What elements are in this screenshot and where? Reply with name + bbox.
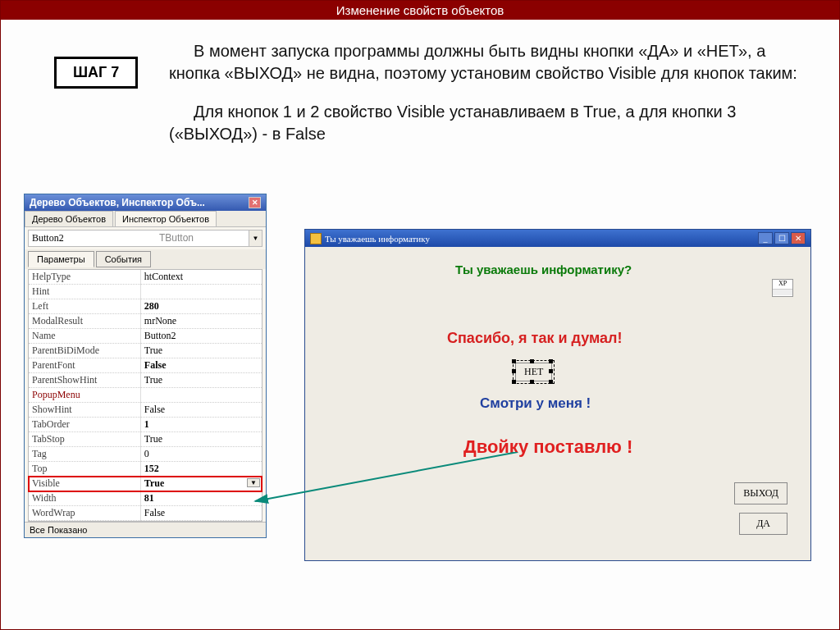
step-badge: ШАГ 7 [54, 57, 138, 89]
property-value[interactable]: True [140, 373, 262, 388]
property-row[interactable]: ModalResultmrNone [29, 314, 262, 329]
maximize-icon[interactable]: ☐ [774, 232, 789, 244]
property-value[interactable]: False [140, 358, 262, 373]
property-value[interactable]: 0 [140, 447, 262, 462]
property-name: ParentBiDiMode [29, 344, 140, 358]
property-row[interactable]: VisibleTrue [29, 477, 262, 491]
resize-handle[interactable] [512, 369, 516, 373]
property-name: TabStop [29, 432, 140, 447]
property-name: HelpType [29, 270, 140, 285]
property-grid[interactable]: HelpTypehtContextHintLeft280ModalResultm… [28, 269, 262, 522]
label-two[interactable]: Двойку поставлю ! [463, 436, 632, 458]
label-look[interactable]: Смотри у меня ! [480, 395, 591, 412]
resize-handle[interactable] [549, 380, 553, 384]
resize-handle[interactable] [549, 369, 553, 373]
property-row[interactable]: Left280 [29, 299, 262, 314]
button-yes[interactable]: ДА [739, 513, 788, 535]
property-value[interactable]: 280 [140, 299, 262, 314]
property-value[interactable]: False [140, 506, 262, 521]
inspector-titlebar[interactable]: Дерево Объектов, Инспектор Объ... ✕ [25, 194, 266, 211]
tab-events[interactable]: События [96, 251, 151, 267]
property-name: Visible [29, 477, 140, 491]
property-name: Left [29, 299, 140, 314]
property-row[interactable]: ParentFontFalse [29, 358, 262, 373]
property-value[interactable] [140, 285, 262, 299]
tab-object-inspector[interactable]: Инспектор Объектов [115, 211, 217, 226]
property-name: ModalResult [29, 314, 140, 329]
property-row[interactable]: ShowHintFalse [29, 403, 262, 418]
form-title-text: Ты уважаешь информатику [325, 234, 430, 244]
button-no[interactable]: НЕТ [515, 363, 552, 381]
property-name: ParentShowHint [29, 373, 140, 388]
paragraph-2: Для кнопок 1 и 2 свойство Visible устана… [169, 101, 806, 145]
property-value[interactable] [140, 388, 262, 403]
property-name: Width [29, 491, 140, 506]
paragraph-1: В момент запуска программы должны быть в… [169, 40, 806, 84]
object-type-label: TButton [156, 231, 249, 246]
property-row[interactable]: Hint [29, 285, 262, 299]
minimize-icon[interactable]: _ [758, 232, 773, 244]
property-row[interactable]: Width81 [29, 491, 262, 506]
property-row[interactable]: HelpTypehtContext [29, 270, 262, 285]
resize-handle[interactable] [512, 359, 516, 363]
property-name: PopupMenu [29, 388, 140, 403]
property-value[interactable]: 1 [140, 418, 262, 432]
property-value[interactable]: htContext [140, 270, 262, 285]
resize-handle[interactable] [549, 359, 553, 363]
property-value[interactable]: False [140, 403, 262, 418]
tab-properties[interactable]: Параметры [28, 251, 94, 267]
property-value[interactable]: Button2 [140, 329, 262, 344]
close-icon[interactable]: ✕ [249, 197, 261, 208]
property-value[interactable]: True [140, 344, 262, 358]
object-selector[interactable]: TButton ▼ [28, 230, 262, 247]
property-row[interactable]: Tag0 [29, 447, 262, 462]
object-inspector-window: Дерево Объектов, Инспектор Объ... ✕ Дере… [24, 194, 267, 538]
property-row[interactable]: TabOrder1 [29, 418, 262, 432]
property-name: ParentFont [29, 358, 140, 373]
page-header: Изменение свойств объектов [1, 1, 839, 20]
property-name: Top [29, 462, 140, 477]
label-question[interactable]: Ты уважаешь информатику? [455, 262, 632, 276]
design-form-window: Ты уважаешь информатику _ ☐ ✕ Ты уважаеш… [304, 229, 811, 561]
dropdown-icon[interactable]: ▼ [249, 231, 262, 246]
app-icon [310, 233, 322, 244]
property-row[interactable]: ParentShowHintTrue [29, 373, 262, 388]
property-name: TabOrder [29, 418, 140, 432]
button-exit[interactable]: ВЫХОД [734, 482, 788, 504]
inspector-footer: Все Показано [25, 522, 266, 537]
close-icon[interactable]: ✕ [791, 232, 806, 244]
property-name: Hint [29, 285, 140, 299]
resize-handle[interactable] [512, 380, 516, 384]
property-name: Name [29, 329, 140, 344]
property-row[interactable]: TabStopTrue [29, 432, 262, 447]
resize-handle[interactable] [530, 359, 534, 363]
xp-label: XP [778, 280, 787, 287]
xp-style-box[interactable]: XP [772, 279, 793, 297]
property-name: ShowHint [29, 403, 140, 418]
resize-handle[interactable] [530, 380, 534, 384]
property-name: Tag [29, 447, 140, 462]
property-value[interactable]: 81 [140, 491, 262, 506]
tab-object-tree[interactable]: Дерево Объектов [25, 211, 113, 226]
form-canvas[interactable]: Ты уважаешь информатику? XP Спасибо, я т… [308, 248, 808, 558]
property-value[interactable]: True [140, 432, 262, 447]
property-value[interactable]: True [140, 477, 262, 491]
property-name: WordWrap [29, 506, 140, 521]
form-titlebar[interactable]: Ты уважаешь информатику _ ☐ ✕ [305, 230, 810, 247]
inspector-title-text: Дерево Объектов, Инспектор Объ... [30, 197, 205, 208]
object-name-input[interactable] [29, 231, 156, 246]
property-row[interactable]: WordWrapFalse [29, 506, 262, 521]
property-row[interactable]: PopupMenu [29, 388, 262, 403]
property-value[interactable]: 152 [140, 462, 262, 477]
property-value[interactable]: mrNone [140, 314, 262, 329]
property-row[interactable]: ParentBiDiModeTrue [29, 344, 262, 358]
label-thanks[interactable]: Спасибо, я так и думал! [447, 330, 622, 347]
property-row[interactable]: NameButton2 [29, 329, 262, 344]
property-row[interactable]: Top152 [29, 462, 262, 477]
